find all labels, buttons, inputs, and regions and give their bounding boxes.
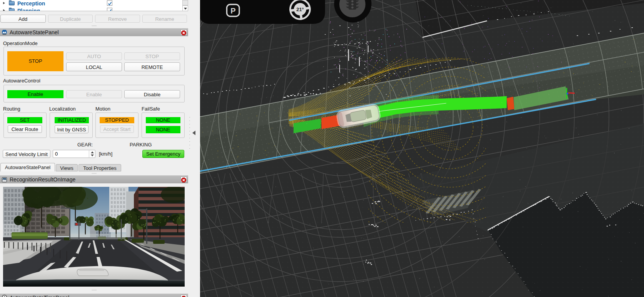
svg-text:21°: 21° xyxy=(296,7,304,12)
svg-text:P: P xyxy=(230,7,235,15)
